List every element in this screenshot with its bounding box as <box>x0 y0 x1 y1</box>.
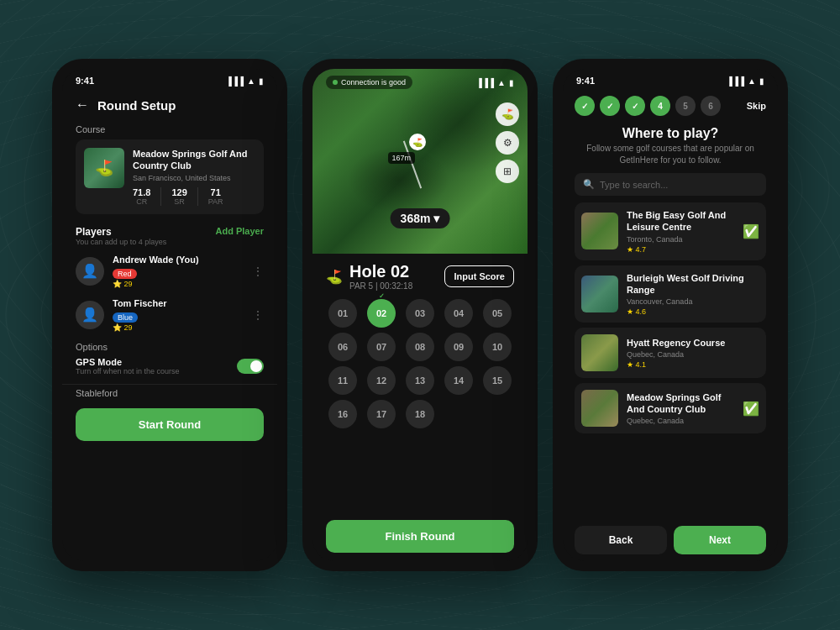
player-item-1: 👤 Andrew Wade (You) Red ⭐ 29 ⋮ <box>62 249 277 293</box>
hole-number-11[interactable]: 11 <box>328 366 357 395</box>
phone-hole-view: Connection is good ▐▐▐ ▲ ▮ ⛳ ⚙ ⊞ ⛳ 167m … <box>302 59 538 571</box>
course-rating-2: ★ 4.1 <box>627 360 759 369</box>
status-bar-1: 9:41 ▐▐▐ ▲ ▮ <box>62 69 277 89</box>
status-icons-3: ▐▐▐ ▲ ▮ <box>727 76 764 86</box>
course-item-2[interactable]: Hyatt Regency CourseQuebec, Canada★ 4.1 <box>575 328 766 378</box>
step-3[interactable]: ✓ <box>625 96 645 116</box>
gps-option-info: GPS Mode Turn off when not in the course <box>76 357 180 375</box>
course-thumbnail <box>84 148 124 188</box>
course-img-1 <box>581 276 618 312</box>
status-bar-2: Connection is good ▐▐▐ ▲ ▮ <box>312 69 528 92</box>
search-icon: 🔍 <box>583 179 595 190</box>
map-view: Connection is good ▐▐▐ ▲ ▮ ⛳ ⚙ ⊞ ⛳ 167m … <box>312 69 528 254</box>
search-input[interactable]: Type to search... <box>600 180 758 190</box>
step-4[interactable]: 4 <box>650 96 670 116</box>
hole-number-17[interactable]: 17 <box>367 400 396 428</box>
player-name-1: Andrew Wade (You) <box>113 255 244 265</box>
step-6[interactable]: 6 <box>701 96 721 116</box>
battery-icon: ▮ <box>259 76 264 86</box>
next-button-p3[interactable]: Next <box>674 526 766 554</box>
hole-number-01[interactable]: 01 <box>328 299 357 328</box>
course-img-3 <box>581 390 618 427</box>
skip-button[interactable]: Skip <box>747 101 766 111</box>
flag-button[interactable]: ⛳ <box>496 102 519 126</box>
course-name: Meadow Springs Golf And Country Club <box>133 148 255 172</box>
hole-number-08[interactable]: 08 <box>406 333 434 361</box>
options-section: Options GPS Mode Turn off when not in th… <box>62 337 277 381</box>
map-controls: ⛳ ⚙ ⊞ <box>496 102 519 183</box>
hole-number-04[interactable]: 04 <box>444 299 473 328</box>
player-badge-1: Red <box>113 269 137 279</box>
players-header: Players You can add up to 4 playes Add P… <box>62 219 277 249</box>
hole-number-05[interactable]: 05 <box>483 299 512 328</box>
stat-sr: 129 SR <box>171 187 186 206</box>
where-to-play-title: Where to play? <box>563 123 778 143</box>
hole-number-07[interactable]: 07 <box>367 333 396 361</box>
course-location-3: Quebec, Canada <box>627 417 734 425</box>
hole-number-10[interactable]: 10 <box>483 333 512 361</box>
hole-subtitle: PAR 5 | 00:32:18 <box>349 281 412 291</box>
hole-title: Hole 02 <box>349 262 412 281</box>
player-menu-2[interactable]: ⋮ <box>252 308 264 322</box>
course-rating-0: ★ 4.7 <box>627 245 734 254</box>
players-title: Players <box>76 226 166 238</box>
course-name-1: Burleigh West Golf Driving Range <box>627 272 759 297</box>
search-bar[interactable]: 🔍 Type to search... <box>575 173 766 196</box>
wifi-icon-3: ▲ <box>748 76 756 86</box>
back-button-p3[interactable]: Back <box>575 526 667 554</box>
where-to-play-subtitle: Follow some golf courses that are popula… <box>563 143 778 173</box>
distance-badge: 368m ▾ <box>391 208 450 228</box>
options-label: Options <box>76 342 264 352</box>
distance-value: 368m <box>401 212 431 225</box>
hole-info: ⛳ Hole 02 PAR 5 | 00:32:18 <box>326 262 412 291</box>
course-info-3: Meadow Springs Golf And Country ClubQueb… <box>627 391 734 426</box>
player-info-1: Andrew Wade (You) Red ⭐ 29 <box>113 255 244 288</box>
course-item-1[interactable]: Burleigh West Golf Driving RangeVancouve… <box>575 265 766 323</box>
finish-round-button[interactable]: Finish Round <box>326 520 514 553</box>
step-1[interactable]: ✓ <box>575 96 595 116</box>
course-item-0[interactable]: The Big Easy Golf And Leisure CentreToro… <box>575 202 766 260</box>
step-2[interactable]: ✓ <box>600 96 620 116</box>
status-time-3: 9:41 <box>576 76 595 86</box>
hole-number-13[interactable]: 13 <box>406 366 434 395</box>
wifi-icon: ▲ <box>247 76 255 86</box>
status-time-1: 9:41 <box>76 76 94 86</box>
hole-number-14[interactable]: 14 <box>444 366 473 395</box>
start-round-button[interactable]: Start Round <box>76 408 264 441</box>
player-name-2: Tom Fischer <box>113 298 244 308</box>
hole-number-06[interactable]: 06 <box>328 333 357 361</box>
input-score-button[interactable]: Input Score <box>444 265 514 287</box>
course-name-0: The Big Easy Golf And Leisure Centre <box>627 209 734 234</box>
hole-number-02[interactable]: 02 <box>367 299 396 328</box>
gps-option-row: GPS Mode Turn off when not in the course <box>76 357 264 375</box>
course-label: Course <box>76 124 264 134</box>
hole-number-15[interactable]: 15 <box>483 366 512 395</box>
course-location: San Francisco, United States <box>133 174 255 182</box>
hole-header: ⛳ Hole 02 PAR 5 | 00:32:18 Input Score <box>326 262 514 291</box>
footer-buttons: Back Next <box>563 519 778 561</box>
status-bar-3: 9:41 ▐▐▐ ▲ ▮ <box>563 69 778 89</box>
hole-number-03[interactable]: 03 <box>406 299 434 328</box>
player-badge-2: Blue <box>113 312 138 323</box>
hole-number-12[interactable]: 12 <box>367 366 396 395</box>
hole-number-18[interactable]: 18 <box>406 400 434 428</box>
settings-map-button[interactable]: ⚙ <box>496 131 519 155</box>
hole-number-16[interactable]: 16 <box>328 400 357 428</box>
course-location-2: Quebec, Canada <box>627 350 759 359</box>
course-card[interactable]: Meadow Springs Golf And Country Club San… <box>76 139 264 214</box>
player-menu-1[interactable]: ⋮ <box>252 265 264 278</box>
course-info: Meadow Springs Golf And Country Club San… <box>133 148 255 206</box>
course-item-3[interactable]: Meadow Springs Golf And Country ClubQueb… <box>575 383 766 433</box>
course-section: Course Meadow Springs Golf And Country C… <box>62 119 277 219</box>
step-5[interactable]: 5 <box>675 96 696 116</box>
layers-button[interactable]: ⊞ <box>496 160 519 183</box>
battery-icon-2: ▮ <box>509 78 514 87</box>
hole-number-09[interactable]: 09 <box>444 333 473 361</box>
stableford-option: Stableford <box>62 384 277 402</box>
back-button[interactable]: ← <box>76 97 89 113</box>
add-player-button[interactable]: Add Player <box>216 226 264 236</box>
course-info-0: The Big Easy Golf And Leisure CentreToro… <box>627 209 734 254</box>
stat-divider-1 <box>160 187 161 206</box>
status-icons-1: ▐▐▐ ▲ ▮ <box>226 76 264 86</box>
gps-toggle[interactable] <box>237 359 264 374</box>
